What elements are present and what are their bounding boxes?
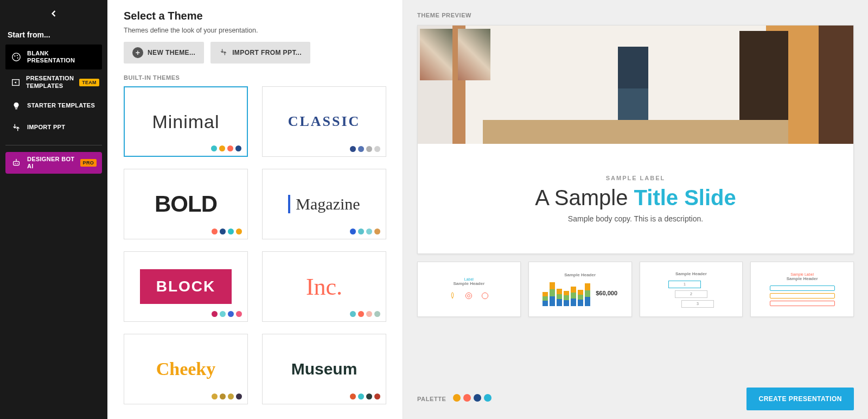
import-icon <box>11 122 22 133</box>
back-button[interactable] <box>5 4 102 23</box>
plus-icon: + <box>132 47 143 58</box>
lightbulb-icon <box>11 100 22 111</box>
sidebar-item-import-ppt[interactable]: IMPORT PPT <box>5 117 102 138</box>
import-icon <box>219 48 228 58</box>
svg-rect-5 <box>15 108 17 109</box>
sidebar-item-blank-presentation[interactable]: BLANK PRESENTATION <box>5 45 102 69</box>
theme-card-block[interactable]: BLOCK <box>124 251 248 322</box>
svg-point-12 <box>482 293 488 299</box>
sidebar-item-starter-templates[interactable]: STARTER TEMPLATES <box>5 95 102 117</box>
palette-dots <box>212 311 242 317</box>
target-icon <box>464 291 473 301</box>
theme-card-cheeky[interactable]: Cheeky <box>124 334 248 404</box>
preview-label: SAMPLE LABEL <box>606 175 666 181</box>
sidebar: Start from... BLANK PRESENTATION PRESENT… <box>0 0 107 419</box>
svg-point-3 <box>17 58 18 59</box>
svg-point-9 <box>16 159 17 160</box>
svg-point-0 <box>12 53 20 61</box>
theme-card-classic[interactable]: CLASSIC <box>262 86 386 157</box>
page-subtitle: Themes define the look of your presentat… <box>124 27 386 34</box>
palette-label: PALETTE <box>417 396 446 402</box>
svg-point-11 <box>468 295 470 297</box>
palette-icon <box>11 52 22 62</box>
button-label: IMPORT FROM PPT... <box>232 49 302 56</box>
gear-icon <box>481 291 489 301</box>
section-header: BUILT-IN THEMES <box>124 74 386 81</box>
preview-header: THEME PREVIEW <box>417 12 854 18</box>
preview-thumb-4[interactable]: Sample Label Sample Header <box>750 262 854 317</box>
sidebar-item-designer-bot[interactable]: DESIGNER BOT AI PRO <box>5 152 102 174</box>
bot-icon <box>11 157 22 168</box>
theme-actions: + NEW THEME... IMPORT FROM PPT... <box>124 42 386 64</box>
create-presentation-button[interactable]: CREATE PRESENTATION <box>746 388 854 410</box>
preview-hero-image <box>418 26 853 144</box>
theme-card-magazine[interactable]: Magazine <box>262 169 386 239</box>
sidebar-item-label: IMPORT PPT <box>27 124 97 131</box>
mini-bar-chart <box>542 282 590 306</box>
sidebar-item-presentation-templates[interactable]: PRESENTATION TEMPLATES TEAM <box>5 69 102 94</box>
theme-card-museum[interactable]: Museum <box>262 334 386 404</box>
svg-point-1 <box>14 55 15 56</box>
preview-thumbs: Label Sample Header Sample Header $60,00… <box>417 262 854 317</box>
sidebar-item-label: DESIGNER BOT AI <box>27 156 75 170</box>
preview-text-area: SAMPLE LABEL A Sample Title Slide Sample… <box>418 144 853 253</box>
pro-badge: PRO <box>80 159 97 167</box>
palette-dots <box>350 393 380 399</box>
palette-dots <box>211 145 241 151</box>
page-title: Select a Theme <box>124 10 386 22</box>
preview-body: Sample body copy. This is a description. <box>568 214 703 223</box>
palette-dots <box>350 228 380 234</box>
svg-rect-6 <box>14 161 20 165</box>
preview-panel: THEME PREVIEW SAMPLE LABEL A Sample Titl… <box>403 0 868 419</box>
divider <box>5 145 102 145</box>
new-theme-button[interactable]: + NEW THEME... <box>124 42 204 64</box>
preview-thumb-3[interactable]: Sample Header 1 2 3 <box>640 262 743 317</box>
preview-thumb-2[interactable]: Sample Header $60,000 <box>528 262 632 317</box>
svg-point-8 <box>17 163 18 164</box>
button-label: NEW THEME... <box>148 49 195 56</box>
preview-main-slide: SAMPLE LABEL A Sample Title Slide Sample… <box>417 25 854 254</box>
palette-dots <box>212 393 242 399</box>
theme-card-bold[interactable]: BOLD <box>124 169 248 239</box>
preview-footer: PALETTE CREATE PRESENTATION <box>417 378 854 410</box>
preview-thumb-1[interactable]: Label Sample Header <box>417 262 521 317</box>
theme-grid: MinimalCLASSICBOLDMagazineBLOCKInc.Cheek… <box>124 86 386 419</box>
chevron-left-icon <box>50 8 57 20</box>
template-icon <box>11 77 21 88</box>
rocket-icon <box>448 291 457 301</box>
sidebar-item-label: BLANK PRESENTATION <box>27 50 97 64</box>
svg-point-7 <box>15 163 16 164</box>
import-ppt-button[interactable]: IMPORT FROM PPT... <box>210 42 310 64</box>
theme-card-minimal[interactable]: Minimal <box>124 86 248 157</box>
sidebar-item-label: PRESENTATION TEMPLATES <box>26 75 74 89</box>
preview-title: A Sample Title Slide <box>535 186 736 210</box>
palette-dots <box>212 228 242 234</box>
palette-dots <box>350 146 380 152</box>
theme-card-inc[interactable]: Inc. <box>262 251 386 322</box>
palette-dots <box>350 311 380 317</box>
sidebar-title: Start from... <box>5 23 102 45</box>
team-badge: TEAM <box>79 79 99 86</box>
sidebar-item-label: STARTER TEMPLATES <box>27 102 97 109</box>
svg-point-10 <box>466 293 472 299</box>
svg-point-2 <box>17 55 18 56</box>
theme-selection-panel: Select a Theme Themes define the look of… <box>107 0 403 419</box>
palette-display: PALETTE <box>417 394 494 404</box>
